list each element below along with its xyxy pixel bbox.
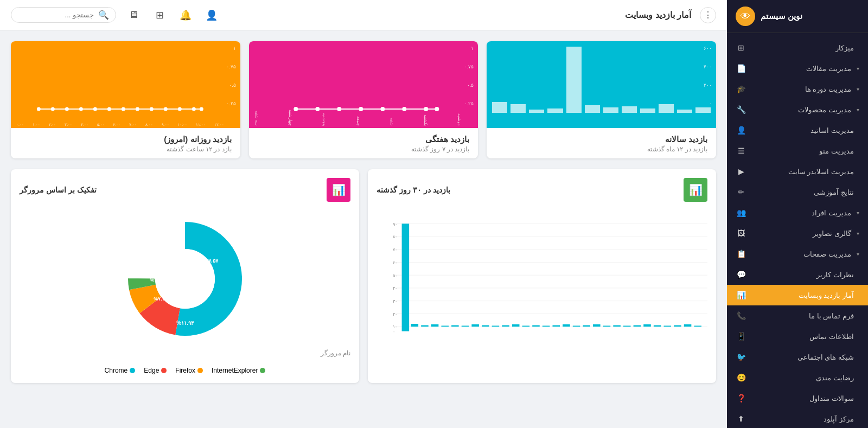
- yearly-title: بازدید سالانه: [495, 135, 707, 144]
- weekly-subtitle: بازدید در ۷ روز گذشته: [258, 145, 470, 153]
- yearly-subtitle: بازدید در ۱۲ ماه گذشته: [495, 145, 707, 153]
- sidebar-item-upload[interactable]: مرکز آپلود ⬆: [727, 408, 868, 428]
- monthly-chart-card: 📊 بازدید در ۳۰ روز گذشته: [368, 169, 716, 383]
- yearly-chart: ۶۰۰ ۴۰۰ ۲۰۰ ۰: [487, 41, 716, 128]
- nav-icon-contact_info: 📱: [736, 331, 746, 342]
- svg-text:۹۰: ۹۰: [393, 221, 397, 227]
- nav-arrow-articles: ▾: [857, 66, 859, 72]
- sidebar-header: نوین سیستم 👁: [727, 0, 868, 33]
- user-icon[interactable]: 👤: [203, 7, 220, 24]
- sidebar-item-satisfaction[interactable]: رضایت مندی 😊: [727, 367, 868, 388]
- nav-icon-people: 👥: [736, 207, 746, 218]
- sidebar-item-gallery[interactable]: ▾ گالری تصاویر 🖼: [727, 223, 868, 244]
- sidebar-item-people[interactable]: ▾ مدیریت افراد 👥: [727, 202, 868, 223]
- daily-chart: ۱ ۰.۷۵ ۰.۵ ۰.۲۵: [11, 41, 240, 128]
- svg-rect-68: [684, 324, 692, 327]
- edge-dot: [161, 368, 167, 373]
- monthly-bar-chart: ۹۰ ۸۰ ۷۰ ۶۰ ۵۰ ۴۰ ۳۰ ۲۰ ۱۰ ۰: [376, 208, 707, 349]
- sidebar-item-contact_info[interactable]: اطلاعات تماس 📱: [727, 326, 868, 347]
- sidebar-item-menu[interactable]: مدیریت منو ☰: [727, 140, 868, 161]
- nav-label-pages: مدیریت صفحات: [752, 250, 851, 258]
- sidebar-item-results[interactable]: نتایج آموزشی ✏: [727, 182, 868, 202]
- chrome-label: Chrome: [105, 367, 128, 374]
- nav-label-teachers: مدیریت اساتید: [752, 126, 854, 135]
- y-label-d075: ۰.۷۵: [226, 64, 236, 69]
- nav-icon-contact_form: 📞: [736, 310, 746, 321]
- firefox-label: Firefox: [175, 367, 195, 374]
- topbar-menu-button[interactable]: ⋮: [700, 7, 716, 23]
- donut-chart: %۷۷.۵۷ %۱۱.۹۳ %۷.۲۳ %۳.۲۵: [114, 208, 256, 349]
- svg-rect-58: [583, 325, 590, 327]
- topbar: ⋮ آمار بازدید وبسایت 👤 🔔 ⊞ 🖥 🔍: [0, 0, 727, 30]
- svg-point-8: [37, 107, 41, 111]
- nav-label-slider: مدیریت اسلایدر سایت: [752, 168, 854, 176]
- browser-chart-card: 📊 تفکیک بر اساس مرورگر: [11, 169, 359, 383]
- firefox-dot: [197, 368, 203, 373]
- nav-label-faq: سوالات متداول: [752, 394, 854, 403]
- grid-icon[interactable]: ⊞: [151, 7, 168, 24]
- pie-chart-icon: 📊: [332, 183, 346, 196]
- nav-arrow-pages: ▾: [857, 251, 859, 257]
- sidebar-item-articles[interactable]: ▾ مدیریت مقالات 📄: [727, 58, 868, 79]
- y-label-d1: ۱: [226, 46, 236, 51]
- nav-icon-courses: 🎓: [736, 84, 746, 94]
- svg-rect-57: [573, 325, 580, 327]
- nav-arrow-products: ▾: [857, 107, 859, 113]
- svg-rect-42: [421, 325, 429, 327]
- sidebar-item-stats[interactable]: آمار بازدید وبسایت 📊: [727, 285, 868, 305]
- svg-text:۷۰: ۷۰: [393, 247, 397, 252]
- daily-line-chart: [16, 74, 224, 117]
- monitor-icon[interactable]: 🖥: [125, 7, 142, 24]
- sidebar-item-faq[interactable]: سوالات متداول ❓: [727, 388, 868, 408]
- monthly-chart-title: بازدید در ۳۰ روز گذشته: [376, 186, 450, 194]
- svg-point-9: [51, 107, 55, 111]
- sidebar-item-pages[interactable]: ▾ مدیریت صفحات 📋: [727, 244, 868, 264]
- bell-icon[interactable]: 🔔: [177, 7, 194, 24]
- svg-point-12: [93, 107, 97, 111]
- nav-icon-comments: 💬: [736, 269, 746, 280]
- nav-label-contact_info: اطلاعات تماس: [752, 333, 854, 341]
- svg-rect-66: [664, 325, 672, 327]
- daily-y-labels: ۱ ۰.۷۵ ۰.۵ ۰.۲۵: [226, 46, 236, 106]
- search-input[interactable]: [18, 11, 94, 19]
- nav-icon-pages: 📋: [736, 248, 746, 259]
- yearly-bar-2: [659, 104, 674, 113]
- sidebar-item-courses[interactable]: ▾ مدیریت دوره ها 🎓: [727, 79, 868, 99]
- sidebar-item-comments[interactable]: نظرات کاربر 💬: [727, 264, 868, 285]
- svg-text:%۷۷.۵۷: %۷۷.۵۷: [201, 258, 219, 264]
- svg-rect-49: [492, 325, 500, 327]
- svg-point-17: [164, 107, 168, 111]
- search-box[interactable]: 🔍: [11, 7, 116, 23]
- nav-icon-dashboard: ⊞: [736, 42, 746, 53]
- nav-label-menu: مدیریت منو: [752, 147, 854, 155]
- sidebar-item-contact_form[interactable]: فرم تماس با ما 📞: [727, 305, 868, 326]
- weekly-x-labels: دوشنبه یکشنبه شنبه جمعه پنجشنبه چهارشنبه…: [254, 110, 462, 126]
- topbar-left: 👤 🔔 ⊞ 🖥 🔍: [11, 7, 220, 24]
- topbar-title: آمار بازدید وبسایت: [625, 10, 691, 20]
- yearly-bar-11: [492, 102, 507, 113]
- y-label-d025: ۰.۲۵: [226, 101, 236, 106]
- sidebar-item-products[interactable]: ▾ مدیریت محصولات 🔧: [727, 99, 868, 120]
- nav-icon-faq: ❓: [736, 393, 746, 404]
- yearly-bar-9: [529, 110, 544, 113]
- more-icon: ⋮: [704, 10, 712, 20]
- svg-text:%۱۱.۹۳: %۱۱.۹۳: [176, 320, 194, 326]
- sidebar-item-teachers[interactable]: مدیریت اساتید 👤: [727, 120, 868, 140]
- nav-icon-social: 🐦: [736, 352, 746, 362]
- yearly-bar-8: [547, 108, 563, 113]
- browser-chart-title: تفکیک بر اساس مرورگر: [20, 186, 97, 194]
- daily-card-info: بازدید روزانه (امروز) بازد در ۱۲ ساعت گذ…: [11, 128, 240, 158]
- svg-rect-63: [634, 325, 641, 327]
- nav-label-products: مدیریت محصولات: [752, 106, 851, 114]
- nav-icon-teachers: 👤: [736, 125, 746, 136]
- svg-rect-61: [613, 325, 621, 327]
- nav-label-courses: مدیریت دوره ها: [752, 85, 851, 93]
- svg-point-10: [65, 107, 69, 111]
- sidebar-item-dashboard[interactable]: میزکار ⊞: [727, 37, 868, 58]
- svg-rect-44: [441, 325, 449, 327]
- nav-label-gallery: گالری تصاویر: [752, 229, 851, 238]
- svg-rect-43: [431, 324, 439, 327]
- sidebar-item-slider[interactable]: مدیریت اسلایدر سایت ▶: [727, 161, 868, 182]
- sidebar-item-social[interactable]: شبکه های اجتماعی 🐦: [727, 347, 868, 367]
- nav-arrow-gallery: ▾: [857, 231, 859, 237]
